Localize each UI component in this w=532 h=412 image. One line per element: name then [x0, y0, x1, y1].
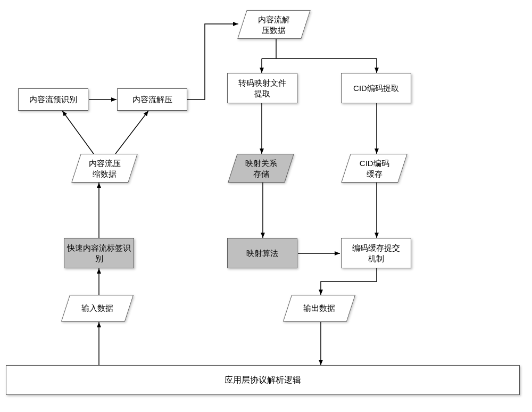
label-encode-cache-commit: 编码缓存提交机制 [352, 243, 400, 263]
node-cid-cache: CID编码缓存 [341, 154, 408, 183]
node-content-compressed-data: 内容流压缩数据 [71, 154, 138, 183]
label-transcode-map-file-extract: 转码映射文件提取 [238, 78, 286, 98]
label-app-layer-protocol-logic: 应用层协议解析逻辑 [225, 375, 301, 386]
node-content-pre-recognition: 内容流预识别 [18, 88, 88, 111]
label-content-decompressed-data: 内容流解压数据 [256, 13, 292, 36]
label-mapping-algorithm: 映射算法 [246, 248, 278, 259]
node-input-data: 输入数据 [61, 295, 134, 322]
label-cid-cache: CID编码缓存 [358, 157, 392, 180]
diagram-arrows [0, 0, 532, 412]
label-content-compressed-data: 内容流压缩数据 [87, 157, 123, 180]
label-input-data: 输入数据 [79, 302, 115, 315]
label-cid-encode-extract: CID编码提取 [353, 83, 399, 94]
svg-line-4 [115, 111, 148, 154]
node-app-layer-protocol-logic: 应用层协议解析逻辑 [6, 365, 520, 395]
node-mapping-algorithm: 映射算法 [227, 238, 297, 268]
node-mapping-store: 映射关系存储 [228, 154, 294, 183]
node-content-decompressed-data: 内容流解压数据 [237, 10, 311, 39]
label-content-pre-recognition: 内容流预识别 [29, 94, 77, 105]
label-mapping-store: 映射关系存储 [243, 157, 279, 180]
node-content-decompress: 内容流解压 [117, 88, 187, 111]
node-encode-cache-commit: 编码缓存提交机制 [341, 238, 411, 268]
label-output-data: 输出数据 [301, 302, 337, 315]
node-fast-content-tag-recognition: 快速内容流标签识别 [64, 238, 134, 268]
node-cid-encode-extract: CID编码提取 [341, 73, 411, 103]
label-fast-content-tag-recognition: 快速内容流标签识别 [67, 243, 131, 263]
svg-line-3 [62, 111, 94, 154]
label-content-decompress: 内容流解压 [132, 94, 172, 105]
node-output-data: 输出数据 [283, 295, 355, 322]
node-transcode-map-file-extract: 转码映射文件提取 [227, 73, 297, 103]
